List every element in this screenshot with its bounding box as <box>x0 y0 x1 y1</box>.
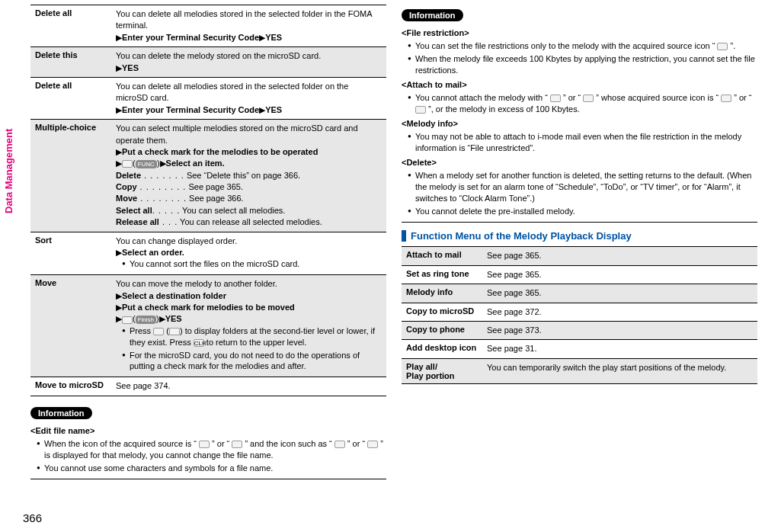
info-bullet-list: When the icon of the acquired source is … <box>30 438 386 474</box>
row-label: Add desktop icon <box>402 340 482 358</box>
info-section-heading: <File restriction> <box>402 27 757 39</box>
table-row: Copy to microSDSee page 372. <box>402 303 757 321</box>
info-section-heading: <Melody info> <box>402 118 757 130</box>
row-label: Delete this <box>30 47 111 78</box>
info-section-heading: <Edit file name> <box>30 425 386 437</box>
row-label: Move <box>30 275 111 377</box>
info-bullet: When a melody set for another function i… <box>408 170 757 204</box>
info-bullet: When the melody file exceeds 100 Kbytes … <box>408 53 757 76</box>
operations-table-right: Attach to mailSee page 365.Set as ring t… <box>402 246 757 383</box>
info-bullet-list: You may not be able to attach to i-mode … <box>402 131 757 154</box>
operations-table-left: Delete allYou can delete all melodies st… <box>30 5 386 396</box>
row-label: Set as ring tone <box>402 265 482 284</box>
row-body: You can delete the melody stored on the … <box>111 47 386 78</box>
info-header-left: Information <box>30 407 92 419</box>
info-bullet-list: When a melody set for another function i… <box>402 170 757 216</box>
row-body: See page 365. <box>482 265 757 284</box>
info-header-right: Information <box>402 9 463 21</box>
table-row: MoveYou can move the melody to another f… <box>30 275 386 377</box>
table-row: Melody infoSee page 365. <box>402 284 757 303</box>
table-row: Delete thisYou can delete the melody sto… <box>30 47 386 78</box>
row-body: You can select multiple melodies stored … <box>111 120 386 232</box>
info-bullet: You may not be able to attach to i-mode … <box>408 131 757 154</box>
table-row: SortYou can change displayed order.▶Sele… <box>30 232 386 275</box>
info-bullet: You cannot use some characters and symbo… <box>37 463 386 474</box>
right-column: Information <File restriction>You can se… <box>402 5 757 479</box>
info-section-heading: <Attach to mail> <box>402 79 757 91</box>
table-row: Move to microSDSee page 374. <box>30 377 386 396</box>
row-label: Delete all <box>30 77 111 119</box>
row-body: See page 372. <box>482 303 757 321</box>
row-label: Play all/Play portion <box>402 358 482 383</box>
row-body: See page 374. <box>111 377 386 396</box>
left-column: Delete allYou can delete all melodies st… <box>30 5 386 479</box>
row-body: You can delete all melodies stored in th… <box>111 5 386 47</box>
info-body-right: <File restriction>You can set the file r… <box>402 27 757 217</box>
info-bullet: You can set the file restrictions only t… <box>408 40 757 52</box>
page-number: 366 <box>23 511 42 524</box>
row-label: Multiple-choice <box>30 120 111 232</box>
row-body: You can delete all melodies stored in th… <box>111 77 386 119</box>
row-label: Copy to phone <box>402 322 482 340</box>
row-body: See page 365. <box>482 284 757 303</box>
table-row: Play all/Play portionYou can temporarily… <box>402 358 757 383</box>
row-label: Melody info <box>402 284 482 303</box>
function-menu-heading: Function Menu of the Melody Playback Dis… <box>402 230 757 242</box>
row-label: Move to microSD <box>30 377 111 396</box>
info-bullet-list: You can set the file restrictions only t… <box>402 40 757 76</box>
info-bullet-list: You cannot attach the melody with “ ” or… <box>402 92 757 115</box>
row-body: You can change displayed order.▶Select a… <box>111 232 386 275</box>
info-bullet: You cannot attach the melody with “ ” or… <box>408 92 757 115</box>
table-row: Attach to mailSee page 365. <box>402 247 757 265</box>
row-body: See page 373. <box>482 322 757 340</box>
row-body: You can temporarily switch the play star… <box>482 358 757 383</box>
row-body: You can move the melody to another folde… <box>111 275 386 377</box>
row-body: See page 365. <box>482 247 757 265</box>
info-bullet: You cannot delete the pre-installed melo… <box>408 206 757 217</box>
table-row: Add desktop iconSee page 31. <box>402 340 757 358</box>
info-body-left: <Edit file name>When the icon of the acq… <box>30 425 386 474</box>
table-row: Multiple-choiceYou can select multiple m… <box>30 120 386 232</box>
info-section-heading: <Delete> <box>402 157 757 168</box>
row-label: Copy to microSD <box>402 303 482 321</box>
table-row: Delete allYou can delete all melodies st… <box>30 5 386 47</box>
table-row: Set as ring toneSee page 365. <box>402 265 757 284</box>
table-row: Copy to phoneSee page 373. <box>402 322 757 340</box>
info-bullet: When the icon of the acquired source is … <box>37 438 386 461</box>
row-body: See page 31. <box>482 340 757 358</box>
row-label: Attach to mail <box>402 247 482 265</box>
row-label: Sort <box>30 232 111 275</box>
table-row: Delete allYou can delete all melodies st… <box>30 77 386 119</box>
side-tab: Data Management <box>3 129 14 213</box>
row-label: Delete all <box>30 5 111 47</box>
